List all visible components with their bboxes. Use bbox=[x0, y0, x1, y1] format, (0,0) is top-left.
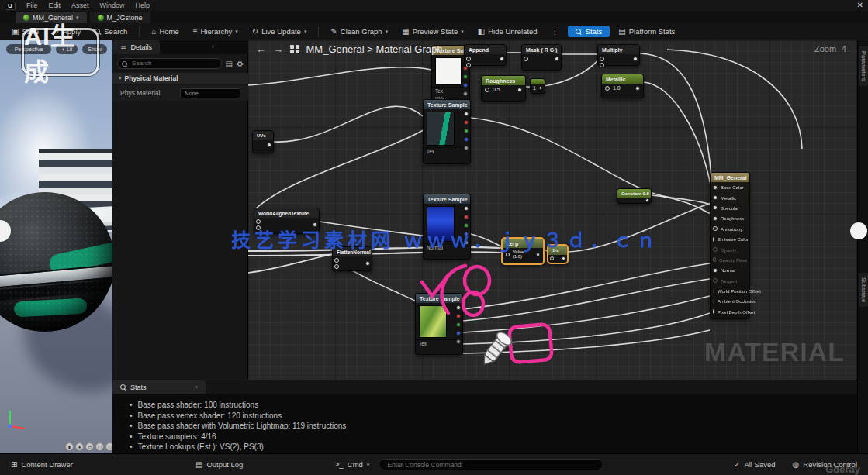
pin-b[interactable] bbox=[464, 137, 469, 142]
breadcrumb-text[interactable]: MM_General > Material Graph bbox=[306, 43, 443, 55]
pin-in[interactable] bbox=[506, 253, 510, 256]
output-pin-base-color[interactable]: Base Color bbox=[711, 182, 749, 192]
cmd-dropdown[interactable]: >_Cmd▾ bbox=[330, 459, 374, 470]
preview-plane-button[interactable]: ▱ bbox=[85, 442, 94, 451]
graph-wire[interactable] bbox=[652, 195, 711, 214]
graph-wire[interactable] bbox=[463, 330, 710, 353]
menu-asset[interactable]: Asset bbox=[71, 2, 89, 9]
pin-g[interactable] bbox=[464, 129, 469, 133]
pin-in[interactable] bbox=[550, 256, 554, 260]
phys-material-dropdown[interactable]: None bbox=[180, 88, 240, 98]
collapse-panel-icon[interactable]: ‹ bbox=[212, 43, 214, 50]
details-search-input[interactable] bbox=[130, 59, 216, 67]
back-arrow-icon[interactable]: ← bbox=[256, 43, 266, 55]
output-pin-opacity[interactable]: Opacity bbox=[711, 244, 749, 254]
pin-a[interactable] bbox=[463, 91, 468, 96]
pin-in[interactable] bbox=[605, 86, 610, 91]
all-saved-button[interactable]: ✓All Saved bbox=[729, 459, 780, 470]
console-command-input-box[interactable] bbox=[379, 459, 603, 470]
preview-mesh-button[interactable]: ◇ bbox=[105, 442, 112, 451]
toolbar-overflow-button[interactable]: ⋮ bbox=[546, 26, 565, 37]
pin-in[interactable] bbox=[466, 57, 471, 61]
preview-sphere-button[interactable]: ● bbox=[75, 442, 84, 451]
pin-in[interactable] bbox=[600, 63, 604, 67]
console-command-input[interactable] bbox=[386, 460, 597, 470]
graph-wire[interactable] bbox=[667, 50, 802, 149]
graph-wire[interactable] bbox=[248, 254, 332, 273]
node-constant-small[interactable]: 1 bbox=[530, 78, 545, 94]
menu-edit[interactable]: Edit bbox=[49, 2, 61, 9]
pin-out[interactable] bbox=[267, 143, 271, 147]
preview-cube-button[interactable]: ◻ bbox=[95, 442, 104, 451]
pin-g[interactable] bbox=[456, 322, 461, 327]
pin-a[interactable] bbox=[456, 339, 461, 344]
node-texture-sample-b[interactable]: Texture Sample Tex bbox=[423, 99, 471, 164]
pin-in[interactable] bbox=[466, 63, 471, 67]
stats-button[interactable]: Stats bbox=[568, 26, 610, 37]
graph-wire[interactable] bbox=[471, 118, 711, 205]
output-pin-anisotropy[interactable]: Anisotropy bbox=[711, 224, 749, 234]
menu-window[interactable]: Window bbox=[100, 2, 125, 9]
output-pin-tangent[interactable]: Tangent bbox=[711, 276, 749, 286]
stats-tab[interactable]: Stats ‹ bbox=[112, 380, 206, 394]
home-button[interactable]: ⌂Home bbox=[146, 26, 184, 37]
tab-m-jgstone[interactable]: M_JGstone bbox=[90, 12, 150, 23]
graph-wire[interactable] bbox=[463, 279, 710, 321]
pin-in[interactable] bbox=[256, 219, 261, 224]
preview-state-button[interactable]: ▦Preview State▾ bbox=[396, 26, 469, 37]
output-pin-emissive[interactable]: Emissive Color bbox=[711, 234, 749, 244]
collapse-panel-icon[interactable]: ‹ bbox=[195, 384, 198, 391]
pin-r[interactable] bbox=[464, 120, 469, 125]
output-pin-pdo[interactable]: Pixel Depth Offset bbox=[711, 307, 749, 317]
pin-r[interactable] bbox=[464, 215, 469, 219]
pin-out[interactable] bbox=[645, 198, 649, 202]
pin-in[interactable] bbox=[334, 258, 339, 263]
output-pin-ao[interactable]: Ambient Occlusion bbox=[711, 296, 749, 306]
preview-viewport[interactable]: Perspective ◑Lit Show ▮ ● ▱ ◻ ◇ bbox=[0, 40, 112, 453]
output-pin-metallic[interactable]: Metallic bbox=[711, 192, 749, 202]
node-texture-sample-d[interactable]: Texture Sample Tex bbox=[415, 293, 463, 355]
node-scalar-param-metallic[interactable]: Metallic 1.0 bbox=[601, 74, 644, 98]
pin-a[interactable] bbox=[464, 146, 469, 150]
pin-rgb[interactable] bbox=[464, 112, 469, 116]
details-section-physical-material[interactable]: ▾Physical Material bbox=[112, 73, 248, 84]
menu-help[interactable]: Help bbox=[136, 2, 150, 9]
pin-out[interactable] bbox=[365, 261, 370, 266]
pin-b[interactable] bbox=[456, 331, 461, 336]
pin-in[interactable] bbox=[334, 264, 339, 269]
pin-in[interactable] bbox=[485, 88, 489, 92]
forward-arrow-icon[interactable]: → bbox=[273, 43, 283, 55]
content-drawer-button[interactable]: ⊞Content Drawer bbox=[6, 459, 78, 470]
output-pin-wpo[interactable]: World Position Offset bbox=[711, 286, 749, 296]
details-tab[interactable]: ≣Details bbox=[112, 40, 160, 54]
menu-file[interactable]: File bbox=[26, 2, 38, 9]
pin-out[interactable] bbox=[536, 253, 540, 256]
pin-out[interactable] bbox=[562, 256, 565, 260]
node-texcoord[interactable]: UVs bbox=[252, 130, 274, 153]
output-pin-roughness[interactable]: Roughness bbox=[711, 213, 749, 223]
graph-wire[interactable] bbox=[463, 313, 710, 344]
pin-g[interactable] bbox=[463, 74, 468, 79]
gear-icon[interactable]: ⚙ bbox=[237, 60, 244, 68]
node-mask[interactable]: Mask ( R G ) bbox=[521, 44, 562, 71]
pin-rgb[interactable] bbox=[456, 305, 461, 310]
tab-parameters-vertical[interactable]: Parameters bbox=[859, 46, 868, 86]
details-search-box[interactable] bbox=[117, 58, 222, 69]
pin-out[interactable] bbox=[539, 86, 542, 90]
graph-wire[interactable] bbox=[255, 124, 434, 209]
node-constant[interactable]: Constant 0.5 bbox=[617, 188, 652, 204]
pin-out[interactable] bbox=[635, 86, 640, 91]
hide-unrelated-button[interactable]: ◧Hide Unrelated bbox=[472, 26, 543, 37]
output-log-button[interactable]: ▤Output Log bbox=[191, 459, 247, 470]
panel-expand-handle-right[interactable] bbox=[850, 222, 867, 239]
tab-substrate-vertical[interactable]: Substrate bbox=[859, 273, 868, 307]
pin-in[interactable] bbox=[524, 57, 528, 61]
node-append[interactable]: Append bbox=[464, 44, 507, 66]
output-pin-normal[interactable]: Normal bbox=[711, 265, 749, 275]
pin-out[interactable] bbox=[517, 88, 522, 92]
pin-b[interactable] bbox=[463, 83, 468, 88]
panel-options-icon[interactable]: ▤ bbox=[226, 60, 233, 68]
window-close-button[interactable]: ✕ bbox=[857, 1, 863, 9]
live-update-button[interactable]: ↻Live Update▾ bbox=[247, 26, 313, 37]
platform-stats-button[interactable]: ▤Platform Stats bbox=[613, 26, 680, 37]
